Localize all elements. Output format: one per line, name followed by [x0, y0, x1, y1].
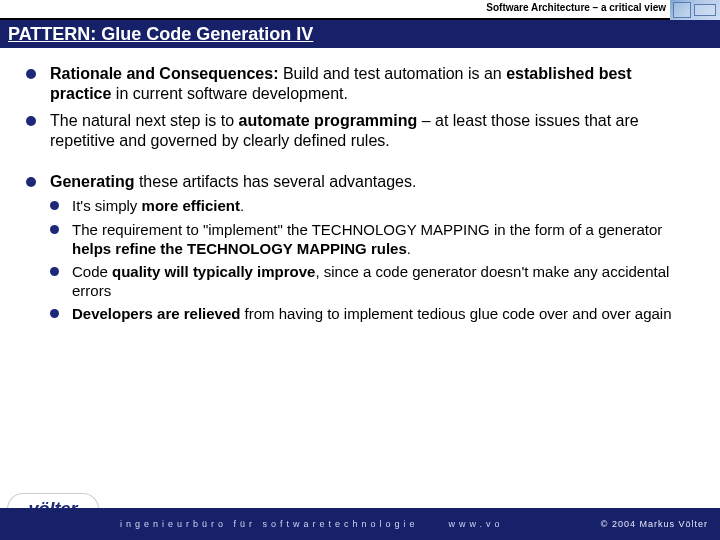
- bullet-1-text-a: Build and test automation is an: [279, 65, 507, 82]
- slide-title: PATTERN: Glue Code Generation IV: [0, 20, 720, 48]
- sub-4-b: from having to implement tedious glue co…: [240, 305, 671, 322]
- footer-copyright: © 2004 Markus Völter: [601, 519, 708, 529]
- footer-bar: ingenieurbüro für softwaretechnologie ww…: [0, 508, 720, 540]
- sub-2-b: .: [407, 240, 411, 257]
- slide-body: Rationale and Consequences: Build and te…: [0, 48, 720, 323]
- bullet-3-text: these artifacts has several advantages.: [134, 173, 416, 190]
- bullet-2-text-a: The natural next step is to: [50, 112, 239, 129]
- top-bar: Software Architecture – a critical view: [0, 0, 720, 20]
- sub-4: Developers are relieved from having to i…: [50, 304, 694, 323]
- bullet-2: The natural next step is to automate pro…: [26, 111, 694, 152]
- corner-graphic: [670, 0, 720, 20]
- bullet-3-bold: Generating: [50, 173, 134, 190]
- sub-1-bold: more efficient: [142, 197, 240, 214]
- sub-2-bold: helps refine the TECHNOLOGY MAPPING rule…: [72, 240, 407, 257]
- sub-3-a: Code: [72, 263, 112, 280]
- sub-2-a: The requirement to "implement" the TECHN…: [72, 221, 662, 238]
- bullet-3: Generating these artifacts has several a…: [26, 172, 694, 324]
- sub-1-b: .: [240, 197, 244, 214]
- bullet-2-bold: automate programming: [239, 112, 418, 129]
- sub-2: The requirement to "implement" the TECHN…: [50, 220, 694, 258]
- footer-url: www.vo: [449, 519, 504, 529]
- sub-3-bold: quality will typically improve: [112, 263, 315, 280]
- bullet-1: Rationale and Consequences: Build and te…: [26, 64, 694, 105]
- footer-tagline: ingenieurbüro für softwaretechnologie: [120, 519, 419, 529]
- series-title: Software Architecture – a critical view: [486, 2, 666, 13]
- bullet-1-text-b: in current software development.: [111, 85, 348, 102]
- sub-1: It's simply more efficient.: [50, 196, 694, 215]
- sub-1-a: It's simply: [72, 197, 142, 214]
- bullet-1-lead: Rationale and Consequences:: [50, 65, 279, 82]
- sub-3: Code quality will typically improve, sin…: [50, 262, 694, 300]
- sub-4-bold: Developers are relieved: [72, 305, 240, 322]
